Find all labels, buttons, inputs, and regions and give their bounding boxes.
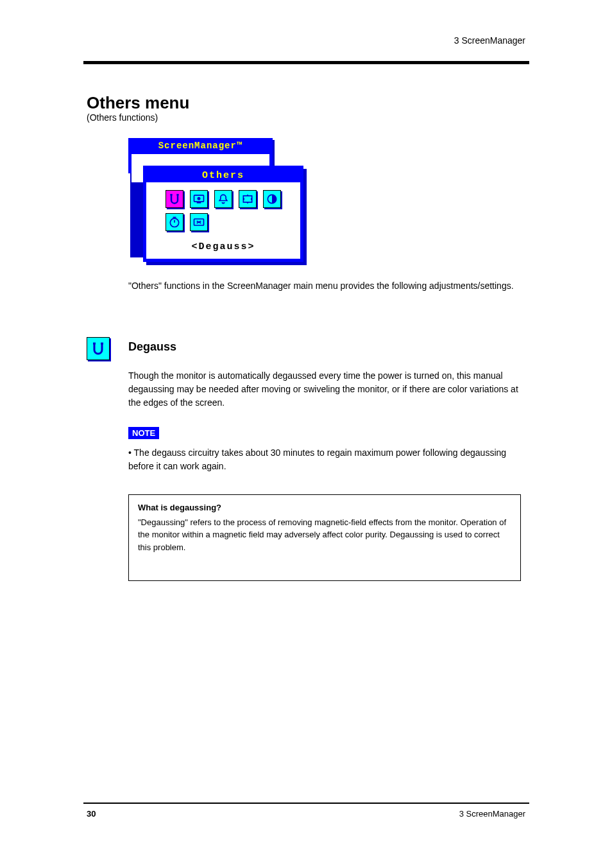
info-box: What is degaussing? "Degaussing" refers …	[128, 494, 521, 581]
footer-page: 30	[87, 809, 96, 819]
svg-rect-3	[197, 202, 201, 204]
degauss-body: Though the monitor is automatically dega…	[128, 369, 520, 410]
section-title: Others menu	[87, 93, 189, 113]
svg-point-4	[198, 197, 201, 200]
contrast-icon[interactable]	[263, 190, 281, 208]
intro-text: "Others" functions in the ScreenManager …	[128, 279, 520, 293]
info-box-body: "Degaussing" refers to the process of re…	[138, 516, 511, 554]
note-body-text: The degauss circuitry takes about 30 min…	[128, 447, 506, 471]
osd-sub-window: Others	[143, 166, 303, 262]
osd-selected-label: <Degauss>	[146, 241, 300, 252]
footer-section: 3 ScreenManager	[459, 809, 525, 819]
degauss-icon[interactable]	[166, 190, 183, 208]
osd-sub-title: Others	[146, 169, 300, 182]
osd-main-title: ScreenManager™	[130, 139, 271, 152]
note-badge: NOTE	[128, 427, 159, 439]
off-timer-icon[interactable]	[166, 213, 183, 231]
header-rule	[83, 61, 529, 64]
info-box-title: What is degaussing?	[138, 501, 511, 514]
beep-icon[interactable]	[214, 190, 232, 208]
reset-icon[interactable]	[190, 213, 208, 231]
power-save-icon[interactable]	[190, 190, 208, 208]
footer-rule	[83, 803, 529, 804]
degauss-icon-inline	[87, 337, 110, 360]
header-right: 3 ScreenManager	[454, 35, 525, 46]
menu-position-icon[interactable]	[239, 190, 257, 208]
note-body: • The degauss circuitry takes about 30 m…	[128, 446, 520, 473]
svg-rect-5	[243, 196, 251, 202]
section-subtitle: (Others functions)	[87, 112, 158, 123]
degauss-heading: Degauss	[128, 340, 176, 354]
